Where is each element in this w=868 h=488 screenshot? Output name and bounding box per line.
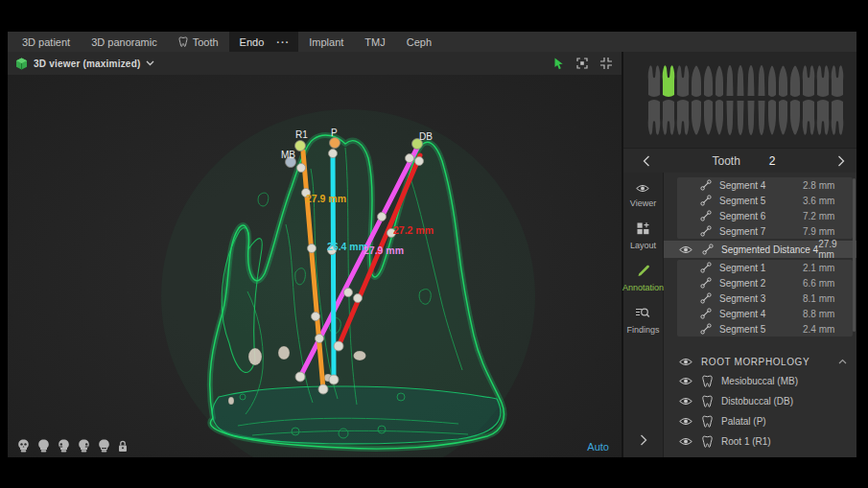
segment-icon — [700, 277, 712, 289]
tab-tmj[interactable]: TMJ — [354, 32, 395, 52]
segment-row[interactable]: Segment 48.8 mm — [677, 306, 853, 321]
segmented-distance-row[interactable]: Segmented Distance 4 27.9 mm — [664, 241, 856, 258]
tab-bar: 3D patient3D panoramicToothEndo···Implan… — [8, 32, 856, 52]
chevron-left-icon[interactable] — [633, 155, 650, 167]
lower-tooth-8[interactable] — [738, 101, 744, 135]
lower-tooth-15[interactable] — [817, 100, 830, 135]
segment-group-1: Segment 42.8 mmSegment 53.6 mmSegment 67… — [677, 177, 853, 239]
skull-rear-icon[interactable] — [98, 439, 110, 453]
lower-tooth-9[interactable] — [748, 101, 755, 135]
upper-tooth-14[interactable] — [803, 65, 815, 97]
exit-fullscreen-icon[interactable] — [600, 58, 612, 69]
entry-point-p[interactable] — [330, 138, 340, 149]
upper-tooth-8[interactable] — [738, 65, 744, 96]
chevron-up-icon[interactable] — [838, 359, 847, 364]
lower-tooth-2[interactable] — [663, 100, 675, 135]
segment-icon — [700, 323, 712, 335]
3d-render-canvas[interactable]: R1 MB P DB 27.9 mm 26.4 mm 27.9 mm 27.2 … — [8, 52, 622, 457]
upper-tooth-5[interactable] — [704, 66, 713, 98]
segment-label: Segment 5 — [719, 196, 803, 206]
upper-tooth-10[interactable] — [759, 65, 765, 96]
tool-viewer[interactable]: Viewer — [630, 184, 656, 208]
auto-label[interactable]: Auto — [587, 441, 609, 453]
lock-icon[interactable] — [118, 440, 128, 453]
upper-tooth-11[interactable] — [768, 66, 776, 98]
lower-tooth-7[interactable] — [727, 101, 734, 135]
segment-row[interactable]: Segment 67.2 mm — [677, 208, 853, 223]
upper-tooth-2[interactable] — [663, 65, 675, 97]
tab-3d-panoramic[interactable]: 3D panoramic — [81, 32, 167, 52]
lower-tooth-10[interactable] — [759, 101, 765, 135]
eye-icon[interactable] — [679, 397, 692, 406]
lower-tooth-6[interactable] — [716, 100, 723, 135]
annotation-value: 27.9 mm — [818, 239, 851, 260]
eye-icon[interactable] — [679, 417, 692, 426]
skull-left-icon[interactable] — [58, 439, 70, 453]
scrollbar-thumb[interactable] — [853, 178, 856, 332]
upper-tooth-6[interactable] — [716, 66, 723, 98]
lower-tooth-5[interactable] — [704, 100, 713, 135]
tab-endo[interactable]: Endo··· — [229, 32, 299, 52]
upper-tooth-7[interactable] — [727, 65, 734, 96]
tab-ceph[interactable]: Ceph — [396, 32, 442, 52]
root-row[interactable]: Palatal (P) — [664, 411, 856, 431]
lower-tooth-4[interactable] — [692, 100, 701, 135]
upper-tooth-9[interactable] — [748, 65, 755, 96]
root-morphology-header[interactable]: ROOT MORPHOLOGY — [664, 352, 856, 371]
viewer-title: 3D viewer (maximized) — [34, 58, 140, 69]
root-row[interactable]: Mesiobuccal (MB) — [664, 371, 856, 391]
root-row[interactable]: Root 1 (R1) — [664, 431, 856, 452]
upper-tooth-1[interactable] — [648, 65, 661, 97]
application-window: 3D patient3D panoramicToothEndo···Implan… — [8, 32, 856, 457]
segment-row[interactable]: Segment 53.6 mm — [677, 193, 853, 208]
skull-back-icon[interactable] — [37, 439, 50, 453]
tool-findings[interactable]: Findings — [626, 307, 659, 335]
eye-icon[interactable] — [679, 377, 692, 385]
more-options-button[interactable]: ··· — [274, 32, 298, 52]
tab-implant[interactable]: Implant — [298, 32, 354, 52]
lower-tooth-1[interactable] — [648, 100, 661, 135]
tool-annotation[interactable]: Annotation — [622, 265, 664, 292]
section-title: ROOT MORPHOLOGY — [701, 357, 838, 367]
fit-screen-icon[interactable] — [576, 58, 588, 69]
eye-icon[interactable] — [679, 437, 692, 446]
entry-point-r1[interactable] — [295, 141, 306, 151]
tab-3d-patient[interactable]: 3D patient — [12, 32, 81, 52]
upper-tooth-3[interactable] — [677, 65, 690, 97]
skull-front-icon[interactable] — [17, 439, 30, 453]
expand-panel-button[interactable] — [623, 434, 663, 446]
lower-tooth-12[interactable] — [779, 100, 787, 135]
measurement-value-db1: 27.9 mm — [364, 244, 404, 256]
lower-tooth-3[interactable] — [677, 100, 690, 135]
eye-icon — [636, 184, 649, 195]
segment-row[interactable]: Segment 38.1 mm — [677, 290, 853, 306]
cursor-icon[interactable] — [553, 58, 564, 70]
chevron-right-icon[interactable] — [837, 155, 847, 167]
tool-layout[interactable]: Layout — [630, 222, 656, 250]
3d-viewer[interactable]: R1 MB P DB 27.9 mm 26.4 mm 27.9 mm 27.2 … — [8, 52, 622, 457]
upper-tooth-4[interactable] — [692, 66, 701, 98]
root-row[interactable]: Distobuccal (DB) — [664, 391, 856, 411]
skull-right-icon[interactable] — [78, 439, 90, 453]
segment-row[interactable]: Segment 52.4 mm — [677, 321, 853, 337]
lower-tooth-16[interactable] — [832, 100, 844, 135]
lower-tooth-13[interactable] — [790, 100, 800, 135]
chevron-down-icon[interactable] — [146, 60, 154, 66]
lower-tooth-11[interactable] — [768, 100, 776, 135]
segment-row[interactable]: Segment 77.9 mm — [677, 223, 853, 239]
tab-label: TMJ — [364, 36, 385, 48]
tooth-icon — [702, 435, 713, 448]
segment-row[interactable]: Segment 42.8 mm — [677, 177, 853, 193]
tab-tooth[interactable]: Tooth — [168, 32, 229, 52]
segment-row[interactable]: Segment 26.6 mm — [677, 275, 853, 290]
eye-icon[interactable] — [679, 245, 692, 254]
eye-icon[interactable] — [679, 358, 692, 366]
upper-tooth-12[interactable] — [779, 66, 787, 98]
segment-icon — [700, 308, 712, 319]
upper-tooth-16[interactable] — [832, 65, 844, 97]
segment-row[interactable]: Segment 12.1 mm — [677, 260, 853, 275]
lower-tooth-14[interactable] — [803, 100, 815, 135]
upper-tooth-15[interactable] — [817, 65, 830, 97]
upper-tooth-13[interactable] — [790, 66, 800, 98]
teeth-chart[interactable] — [623, 52, 856, 148]
